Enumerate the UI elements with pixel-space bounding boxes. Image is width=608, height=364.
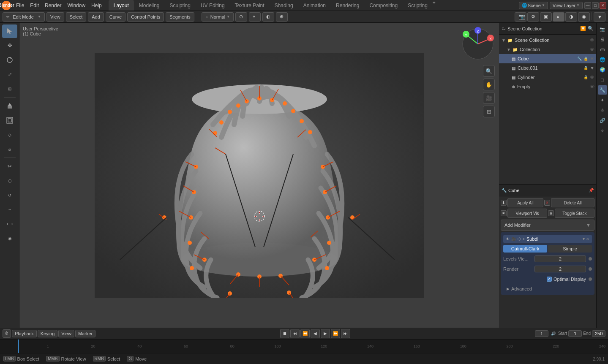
view-settings-btn[interactable]: ⚙ bbox=[527, 12, 539, 22]
modifier-props-icon[interactable]: 🔧 bbox=[598, 85, 607, 95]
delete-all-btn[interactable]: Delete All bbox=[551, 198, 594, 207]
tab-uv-editing[interactable]: UV Editing bbox=[196, 0, 230, 11]
select-menu[interactable]: Select bbox=[66, 12, 87, 22]
stop-btn[interactable]: ⏹ bbox=[280, 329, 289, 338]
modifier-x-btn[interactable]: ✕ bbox=[586, 237, 589, 241]
scene-collection-item[interactable]: ▼ 📁 Scene Collection 👁 bbox=[499, 35, 596, 45]
render-dot[interactable] bbox=[589, 267, 592, 271]
view-menu[interactable]: View bbox=[46, 12, 64, 22]
outliner-cylinder[interactable]: ▦ Cylinder 🔒 👁 bbox=[499, 73, 596, 82]
menu-window[interactable]: Window bbox=[65, 2, 88, 9]
advanced-section[interactable]: ▶ Advanced bbox=[503, 285, 592, 293]
tab-texture-paint[interactable]: Texture Paint bbox=[230, 0, 270, 11]
tab-compositing[interactable]: Compositing bbox=[364, 0, 403, 11]
apply-all-icon[interactable]: ⬇ bbox=[501, 200, 507, 206]
render-props-icon[interactable]: 📷 bbox=[598, 24, 607, 34]
wire-shading-btn[interactable]: ▣ bbox=[540, 12, 552, 22]
knife-tool[interactable]: ✂ bbox=[2, 160, 17, 173]
apply-all-btn[interactable]: Apply All bbox=[507, 198, 543, 207]
end-frame-value[interactable]: 250 bbox=[592, 330, 605, 337]
outliner-search-btn[interactable]: 🔍 bbox=[588, 26, 594, 31]
render-input[interactable]: 2 bbox=[534, 266, 586, 272]
tab-layout[interactable]: Layout bbox=[109, 0, 134, 11]
properties-pin-btn[interactable]: 📌 bbox=[589, 188, 594, 193]
edge-slide-tool[interactable]: ⟷ bbox=[2, 217, 17, 231]
mode-selector[interactable]: ✏ Edit Mode ▼ bbox=[3, 12, 45, 22]
material-shading-btn[interactable]: ◑ bbox=[565, 12, 577, 22]
optimal-display-dot[interactable] bbox=[589, 277, 592, 281]
scene-props-icon[interactable]: 🌐 bbox=[598, 55, 607, 64]
current-frame-box[interactable]: 1 bbox=[535, 330, 548, 337]
smooth-tool[interactable]: ~ bbox=[2, 203, 17, 216]
cylinder-vis[interactable]: 👁 bbox=[590, 75, 594, 80]
extrude-tool[interactable] bbox=[2, 99, 17, 113]
simple-btn[interactable]: Simple bbox=[548, 245, 592, 253]
transform-tool[interactable]: ⊞ bbox=[2, 82, 17, 95]
rotate-tool[interactable] bbox=[2, 53, 17, 67]
collection-item[interactable]: ▼ 📁 Collection 👁 bbox=[499, 45, 596, 54]
add-workspace-button[interactable]: + bbox=[433, 0, 436, 11]
move-tool[interactable]: ✥ bbox=[2, 39, 17, 52]
menu-file[interactable]: File bbox=[14, 2, 27, 9]
normal-selector[interactable]: ↔ Normal ▼ bbox=[202, 12, 234, 22]
empty-vis[interactable]: 👁 bbox=[590, 84, 594, 89]
delete-all-icon[interactable]: ✕ bbox=[544, 200, 550, 206]
cube001-vis[interactable]: ▼ bbox=[590, 65, 594, 71]
tab-sculpting[interactable]: Sculpting bbox=[165, 0, 196, 11]
scale-tool[interactable]: ⤢ bbox=[2, 68, 17, 81]
outliner-cube001[interactable]: ▦ Cube.001 🔒 ▼ bbox=[499, 63, 596, 73]
view-layer-selector[interactable]: View Layer ▼ bbox=[550, 2, 583, 9]
orthographic-btn[interactable]: ⊞ bbox=[483, 106, 495, 117]
marker-btn[interactable]: Marker bbox=[75, 330, 95, 337]
modifier-render-btn[interactable]: ⬡ bbox=[518, 237, 521, 241]
shading-options-btn[interactable]: ▼ bbox=[594, 12, 605, 22]
object-props-icon[interactable]: □ bbox=[598, 75, 607, 84]
optimal-display-checkbox[interactable]: ✓ Optimal Display bbox=[547, 277, 586, 282]
spin-tool[interactable]: ↺ bbox=[2, 188, 17, 202]
view-layer-props-icon[interactable]: 🗃 bbox=[598, 45, 607, 54]
world-props-icon[interactable]: 🌍 bbox=[598, 65, 607, 74]
add-menu[interactable]: Add bbox=[88, 12, 104, 22]
add-modifier-btn[interactable]: Add Modifier ▼ bbox=[501, 220, 594, 231]
cube-vis[interactable]: 👁 bbox=[590, 56, 594, 61]
start-frame-value[interactable]: 1 bbox=[568, 330, 582, 337]
constraints-props-icon[interactable]: 🔗 bbox=[598, 116, 607, 125]
keying-btn[interactable]: Keying bbox=[38, 330, 58, 337]
close-button[interactable]: ✕ bbox=[600, 2, 606, 9]
collection-vis[interactable]: 👁 bbox=[590, 47, 594, 52]
pan-btn[interactable]: ✋ bbox=[483, 79, 495, 90]
viewport[interactable]: User Perspective (1) Cube bbox=[19, 23, 499, 328]
snap-btn[interactable]: ⌖ bbox=[249, 12, 261, 22]
play-btn[interactable]: ▶ bbox=[321, 329, 330, 338]
zoom-in-btn[interactable]: 🔍 bbox=[483, 65, 495, 77]
skip-end-btn[interactable]: ⏭ bbox=[341, 329, 350, 338]
gizmo-btn[interactable]: ⊕ bbox=[276, 12, 288, 22]
prev-keyframe-btn[interactable]: ⏪ bbox=[300, 329, 310, 338]
viewport-vis-btn[interactable]: Viewport Vis bbox=[507, 209, 547, 218]
output-props-icon[interactable]: 🖨 bbox=[598, 35, 607, 44]
play-backward-btn[interactable]: ◀ bbox=[311, 329, 320, 338]
solid-shading-btn[interactable]: ● bbox=[553, 12, 564, 22]
tab-scripting[interactable]: Scripting bbox=[403, 0, 433, 11]
data-props-icon[interactable]: ⟡ bbox=[598, 126, 607, 135]
outliner-filter-btn[interactable]: 🔽 bbox=[580, 26, 586, 31]
timeline-view-btn[interactable]: View bbox=[58, 330, 74, 337]
control-points-menu[interactable]: Control Points bbox=[127, 12, 164, 22]
tab-shading[interactable]: Shading bbox=[270, 0, 298, 11]
tab-animation[interactable]: Animation bbox=[298, 0, 331, 11]
camera-perspective-btn[interactable]: 🎥 bbox=[483, 92, 495, 104]
cursor-tool[interactable] bbox=[2, 24, 17, 38]
menu-edit[interactable]: Edit bbox=[27, 2, 41, 9]
particles-props-icon[interactable]: ✦ bbox=[598, 95, 607, 105]
scene-selector[interactable]: 🌐 Scene ▼ bbox=[519, 2, 548, 9]
render-shading-btn[interactable]: ◉ bbox=[578, 12, 590, 22]
curve-menu[interactable]: Curve bbox=[106, 12, 125, 22]
timeline-track[interactable]: 1 20 40 60 80 100 120 140 160 180 200 22… bbox=[0, 340, 608, 353]
modifier-frame-btn[interactable]: ⌖ bbox=[523, 237, 525, 242]
tab-modeling[interactable]: Modeling bbox=[134, 0, 165, 11]
poly-build-tool[interactable]: ⬡ bbox=[2, 174, 17, 187]
proportional-btn[interactable]: ⊙ bbox=[235, 12, 247, 22]
modifier-cam-btn[interactable]: 🎥 bbox=[511, 237, 516, 241]
levels-viewport-dot[interactable] bbox=[589, 257, 592, 261]
viewport-vis-icon[interactable]: 👁 bbox=[501, 210, 507, 216]
